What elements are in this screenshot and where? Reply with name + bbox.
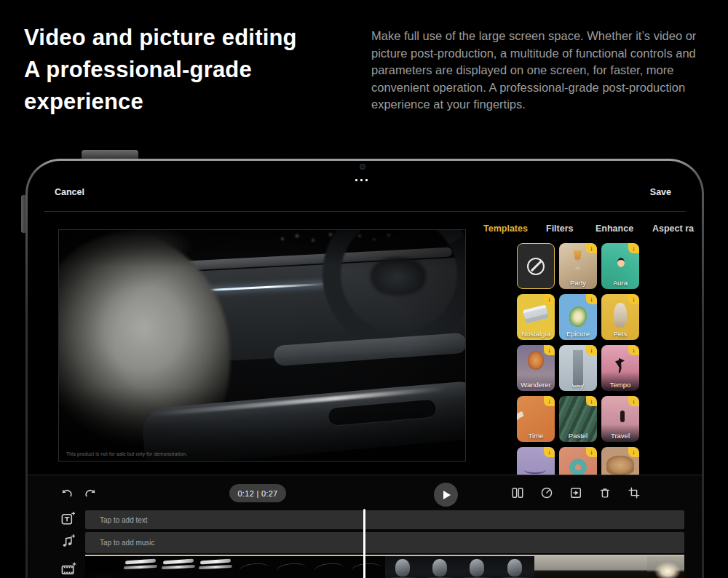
- download-icon: ↓: [628, 396, 639, 406]
- template-tile-none[interactable]: [517, 243, 555, 289]
- save-button[interactable]: Save: [650, 187, 671, 197]
- page: Video and picture editing A professional…: [0, 0, 728, 578]
- title-line: A professional-grade: [24, 54, 297, 86]
- extract-button[interactable]: [569, 486, 582, 499]
- split-button[interactable]: [511, 486, 524, 499]
- crop-button[interactable]: [628, 486, 641, 499]
- template-tile[interactable]: ↓ Nostalgia: [517, 294, 555, 340]
- delete-button[interactable]: [598, 486, 612, 499]
- template-label: Aura: [601, 279, 639, 287]
- title-line: experience: [24, 86, 297, 118]
- more-options-icon[interactable]: [355, 179, 368, 181]
- tab-enhance[interactable]: Enhance: [596, 223, 633, 234]
- page-description: Make full use of the large screen space.…: [371, 28, 697, 114]
- template-label: Travel: [601, 432, 639, 440]
- template-label: Tempo: [601, 381, 639, 389]
- template-tile[interactable]: ↓ Aura: [601, 243, 639, 289]
- download-icon: ↓: [586, 345, 597, 355]
- cancel-button[interactable]: Cancel: [55, 187, 84, 197]
- template-tile[interactable]: ↓ Travel: [601, 396, 639, 442]
- video-preview[interactable]: This product is not for sale but only fo…: [58, 229, 466, 462]
- download-icon: ↓: [544, 345, 555, 355]
- download-icon: ↓: [628, 345, 639, 355]
- page-title: Video and picture editing A professional…: [24, 22, 297, 118]
- download-icon: ↓: [586, 396, 597, 406]
- template-tile[interactable]: ↓ Wanderer: [517, 345, 555, 391]
- template-tile[interactable]: ↓ Pastel: [559, 396, 597, 442]
- template-tile[interactable]: ↓: [517, 447, 555, 475]
- download-icon: ↓: [544, 396, 555, 406]
- play-button[interactable]: [434, 483, 458, 507]
- music-track[interactable]: Tap to add music: [85, 532, 684, 553]
- template-label: City: [559, 381, 597, 389]
- template-tile[interactable]: ↓: [559, 447, 597, 475]
- template-label: Pets: [601, 330, 639, 338]
- download-icon: ↓: [586, 294, 597, 304]
- template-tile[interactable]: ↓ Tempo: [601, 345, 639, 391]
- add-music-icon[interactable]: [60, 534, 76, 552]
- template-label: Nostalgia: [517, 330, 555, 338]
- download-icon: ↓: [628, 294, 639, 304]
- template-label: Epicure: [559, 330, 597, 338]
- title-line: Video and picture editing: [24, 22, 297, 54]
- download-icon: ↓: [628, 243, 639, 253]
- template-label: Time: [517, 432, 555, 440]
- template-tile[interactable]: ↓ Time: [517, 396, 555, 442]
- timeline-panel: 0:12 | 0:27: [28, 475, 702, 578]
- tab-filters[interactable]: Filters: [546, 223, 574, 234]
- text-track[interactable]: Tap to add text: [85, 510, 684, 529]
- add-clip-icon[interactable]: [60, 561, 76, 578]
- add-text-icon[interactable]: [60, 511, 76, 529]
- speed-button[interactable]: [540, 486, 553, 499]
- tab-aspect-ratio[interactable]: Aspect ra: [652, 223, 694, 234]
- download-icon: ↓: [586, 447, 597, 457]
- template-label: Party: [559, 279, 597, 287]
- template-tile[interactable]: ↓ Pets: [601, 294, 639, 340]
- template-tile[interactable]: ↓: [601, 447, 639, 475]
- divider: [44, 211, 686, 212]
- download-icon: ↓: [544, 294, 555, 304]
- playhead[interactable]: [363, 509, 365, 578]
- template-tile[interactable]: ↓ Party: [559, 243, 597, 289]
- download-icon: ↓: [586, 243, 597, 253]
- template-label: Pastel: [559, 432, 597, 440]
- car-interior-image: [59, 230, 465, 461]
- redo-button[interactable]: [84, 487, 98, 499]
- tablet: Cancel Save Templates Filters Enhance As…: [25, 159, 704, 578]
- template-tile[interactable]: ↓ City: [559, 345, 597, 391]
- undo-button[interactable]: [60, 487, 74, 499]
- download-icon: ↓: [628, 447, 639, 457]
- preview-disclaimer: This product is not for sale but only fo…: [66, 451, 187, 456]
- none-icon: [527, 258, 545, 275]
- tab-templates[interactable]: Templates: [483, 223, 528, 234]
- template-label: Wanderer: [517, 381, 555, 389]
- video-filmstrip[interactable]: [85, 556, 684, 578]
- tablet-screen: Cancel Save Templates Filters Enhance As…: [28, 161, 702, 578]
- front-camera-icon: [360, 164, 365, 170]
- template-grid: ↓ Party ↓ Aura ↓ Nostalgia ↓ Epicure ↓: [517, 243, 645, 475]
- template-tile[interactable]: ↓ Epicure: [559, 294, 597, 340]
- download-icon: ↓: [544, 447, 555, 457]
- time-display: 0:12 | 0:27: [229, 484, 286, 502]
